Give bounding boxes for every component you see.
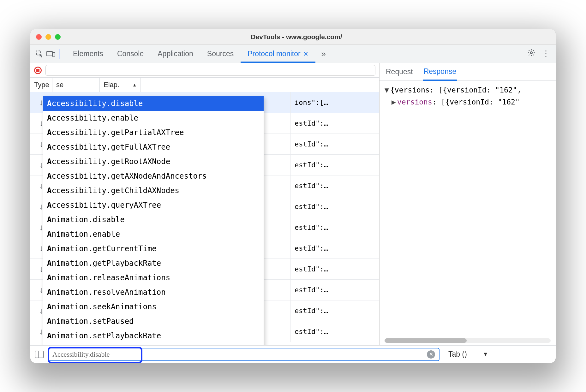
autocomplete-item[interactable]: Animation.setPlaybackRate xyxy=(43,329,264,343)
toggle-drawer-icon[interactable] xyxy=(35,351,44,358)
record-icon[interactable] xyxy=(34,67,42,74)
horizontal-scrollbar[interactable] xyxy=(385,338,551,343)
close-window-icon[interactable] xyxy=(36,34,42,40)
protocol-table-pane: Type Method se Elap. ▲ ↓ions":[…↓estId":… xyxy=(30,63,379,345)
cell-elapsed xyxy=(338,321,379,342)
cell-elapsed xyxy=(338,217,379,238)
cell-elapsed xyxy=(338,238,379,258)
cell-response: estId":… xyxy=(291,259,338,279)
minimize-window-icon[interactable] xyxy=(45,34,51,40)
command-autocomplete-popup: Accessibility.disableAccessibility.enabl… xyxy=(43,96,264,345)
tab-protocol-monitor[interactable]: Protocol monitor✕ xyxy=(241,45,315,63)
cell-elapsed xyxy=(338,113,379,134)
cell-elapsed xyxy=(338,280,379,300)
cell-elapsed xyxy=(338,155,379,175)
tab-request[interactable]: Request xyxy=(385,64,414,80)
command-input[interactable]: Accessibility.disable ✕ xyxy=(48,348,440,361)
more-options-icon[interactable]: ⋮ xyxy=(541,49,551,59)
cell-elapsed xyxy=(338,196,379,217)
session-selector[interactable]: Tab () ▼ xyxy=(444,350,493,359)
svg-rect-1 xyxy=(47,51,52,56)
autocomplete-item[interactable]: Animation.enable xyxy=(43,227,264,241)
cell-response: estId":… xyxy=(291,175,338,196)
autocomplete-item[interactable]: Animation.setPaused xyxy=(43,314,264,329)
inspect-element-icon[interactable] xyxy=(35,49,44,59)
cell-elapsed xyxy=(338,259,379,279)
devtools-window: DevTools - www.google.com/ ElementsConso… xyxy=(30,29,556,363)
cell-elapsed xyxy=(338,175,379,196)
col-response[interactable]: se xyxy=(52,78,100,92)
autocomplete-item[interactable]: Accessibility.getRootAXNode xyxy=(43,154,264,169)
autocomplete-item[interactable]: Accessibility.getAXNodeAndAncestors xyxy=(43,169,264,183)
command-bar: Accessibility.disable ✕ Tab () ▼ xyxy=(30,345,556,363)
tab-application[interactable]: Application xyxy=(151,45,200,63)
settings-icon[interactable] xyxy=(526,49,537,59)
autocomplete-item[interactable]: Animation.releaseAnimations xyxy=(43,270,264,285)
toolbar-separator xyxy=(59,49,60,59)
caret-down-icon[interactable]: ▼ xyxy=(385,84,390,96)
autocomplete-item[interactable]: Animation.resolveAnimation xyxy=(43,285,264,300)
cell-response: estId":… xyxy=(291,113,338,134)
svg-rect-2 xyxy=(53,52,55,57)
cell-elapsed xyxy=(338,134,379,154)
cell-response: estId":… xyxy=(291,217,338,238)
autocomplete-item[interactable]: Accessibility.disable xyxy=(43,96,264,111)
autocomplete-item[interactable]: Accessibility.getFullAXTree xyxy=(43,140,264,154)
window-title: DevTools - www.google.com/ xyxy=(61,33,532,41)
filter-input[interactable] xyxy=(45,65,375,76)
tab-elements[interactable]: Elements xyxy=(66,45,110,63)
detail-pane: Request Response ▼{versions: [{versionId… xyxy=(379,63,556,345)
col-type[interactable]: Type xyxy=(30,78,52,92)
titlebar: DevTools - www.google.com/ xyxy=(30,29,556,45)
more-tabs-icon[interactable]: » xyxy=(317,49,330,59)
traffic-lights xyxy=(36,34,61,40)
cell-response: estId":… xyxy=(291,134,338,154)
cell-response: estId":… xyxy=(291,196,338,217)
caret-right-icon[interactable]: ▶ xyxy=(392,96,397,108)
detail-tabs: Request Response xyxy=(380,63,556,81)
autocomplete-item[interactable]: Accessibility.enable xyxy=(43,111,264,125)
cell-response: estId":… xyxy=(291,300,338,321)
tab-sources[interactable]: Sources xyxy=(200,45,241,63)
cell-response: estId":… xyxy=(291,155,338,175)
autocomplete-item[interactable]: Animation.setTiming xyxy=(43,343,264,345)
filter-row xyxy=(30,63,379,78)
autocomplete-list[interactable]: Accessibility.disableAccessibility.enabl… xyxy=(43,96,264,345)
cell-response: estId":… xyxy=(291,238,338,258)
cell-response: ions":[… xyxy=(291,92,338,113)
tab-response[interactable]: Response xyxy=(423,63,457,81)
sort-asc-icon: ▲ xyxy=(132,82,137,87)
autocomplete-item[interactable]: Accessibility.getPartialAXTree xyxy=(43,125,264,140)
tab-console[interactable]: Console xyxy=(110,45,151,63)
autocomplete-item[interactable]: Accessibility.queryAXTree xyxy=(43,198,264,212)
zoom-window-icon[interactable] xyxy=(55,34,61,40)
cell-elapsed xyxy=(338,300,379,321)
svg-point-3 xyxy=(530,52,533,54)
device-mode-icon[interactable] xyxy=(46,49,56,59)
response-json[interactable]: ▼{versions: [{versionId: "162", ▶version… xyxy=(380,81,556,338)
autocomplete-item[interactable]: Animation.getPlaybackRate xyxy=(43,256,264,270)
chevron-down-icon: ▼ xyxy=(483,351,488,358)
devtools-toolbar: ElementsConsoleApplicationSourcesProtoco… xyxy=(30,45,556,63)
cell-elapsed xyxy=(338,92,379,113)
clear-input-icon[interactable]: ✕ xyxy=(427,350,435,359)
col-elapsed[interactable]: Elap. ▲ xyxy=(100,78,141,92)
cell-response: estId":… xyxy=(291,321,338,342)
autocomplete-item[interactable]: Animation.disable xyxy=(43,212,264,227)
cell-response: estId":… xyxy=(291,280,338,300)
autocomplete-item[interactable]: Animation.getCurrentTime xyxy=(43,241,264,256)
autocomplete-item[interactable]: Animation.seekAnimations xyxy=(43,300,264,314)
autocomplete-item[interactable]: Accessibility.getChildAXNodes xyxy=(43,183,264,198)
panel-tabs: ElementsConsoleApplicationSourcesProtoco… xyxy=(66,45,315,63)
close-tab-icon[interactable]: ✕ xyxy=(303,50,308,58)
table-header: Type Method se Elap. ▲ xyxy=(30,78,379,92)
